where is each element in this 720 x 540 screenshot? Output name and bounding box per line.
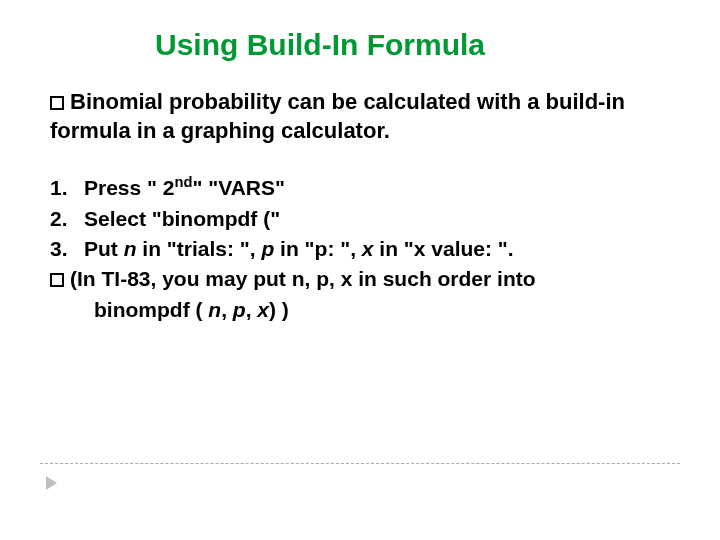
step-text: in "trials: ", [137, 237, 262, 260]
step-3: 3.Put n in "trials: ", p in "p: ", x in … [50, 235, 670, 263]
step-number: 3. [50, 235, 84, 263]
step-1: 1.Press " 2nd" "VARS" [50, 173, 670, 202]
note-text: TI-83, you may put n, p, x in such order… [96, 267, 536, 290]
note-text: , [246, 298, 258, 321]
step-text: Press " 2 [84, 176, 175, 199]
step-number: 2. [50, 205, 84, 233]
var-p: p [261, 237, 274, 260]
note-text: ) ) [269, 298, 289, 321]
square-bullet-icon [50, 96, 64, 110]
step-text: in "p: ", [274, 237, 362, 260]
note-lead: (In [70, 267, 96, 290]
step-text: " "VARS" [192, 176, 285, 199]
step-text: in "x value: ". [374, 237, 514, 260]
note-text: , [221, 298, 233, 321]
note-text: binompdf ( [94, 298, 208, 321]
step-2: 2.Select "binompdf (" [50, 205, 670, 233]
note-line-1: (In TI-83, you may put n, p, x in such o… [50, 265, 670, 293]
nav-arrow-icon [46, 476, 57, 490]
square-bullet-icon [50, 273, 64, 287]
intro-paragraph: Binomial probability can be calculated w… [50, 88, 670, 145]
var-x: x [257, 298, 269, 321]
step-text: Select "binompdf (" [84, 207, 280, 230]
steps-list: 1.Press " 2nd" "VARS" 2.Select "binompdf… [50, 173, 670, 324]
step-sup: nd [175, 174, 193, 190]
note-line-2: binompdf ( n, p, x) ) [94, 296, 670, 324]
step-text: Put [84, 237, 124, 260]
var-x: x [362, 237, 374, 260]
var-n: n [124, 237, 137, 260]
intro-lead: Binomial [70, 89, 163, 114]
var-n: n [208, 298, 221, 321]
footer-divider [40, 463, 680, 464]
slide-title: Using Build-In Formula [90, 28, 550, 62]
step-number: 1. [50, 174, 84, 202]
var-p: p [233, 298, 246, 321]
